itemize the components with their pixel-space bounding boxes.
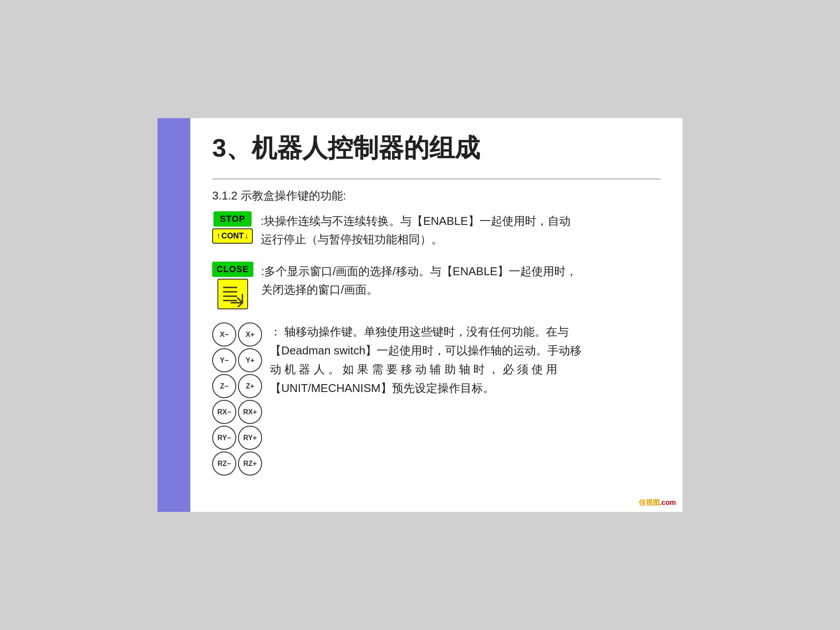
slide-title: 3、机器人控制器的组成 <box>212 131 661 165</box>
axis-keys-section: X− X+ Y− Y+ Z− Z+ RX− RX+ RY− RY+ RZ− RZ… <box>212 322 661 476</box>
close-desc-line1: :多个显示窗口/画面的选择/移动。与【ENABLE】一起使用时， <box>261 265 577 278</box>
cont-down-arrow: ↓ <box>245 231 248 241</box>
watermark: 佳视图.com <box>639 498 676 508</box>
axis-key-rxp: RX+ <box>238 400 262 424</box>
stop-key-block: STOP ↑ CONT ↓ :块操作连续与不连续转换。与【ENABLE】一起使用… <box>212 211 661 248</box>
title-section: 3、机器人控制器的组成 <box>212 131 661 165</box>
axis-key-rzm: RZ− <box>212 452 236 476</box>
cont-key: ↑ CONT ↓ <box>212 228 253 244</box>
axis-key-rym: RY− <box>212 426 236 450</box>
slide-container: 3、机器人控制器的组成 3.1.2 示教盒操作键的功能: STOP ↑ CONT… <box>158 118 682 512</box>
axis-key-rxm: RX− <box>212 400 236 424</box>
axis-key-zp: Z+ <box>238 374 262 398</box>
axis-key-xp: X+ <box>238 322 262 346</box>
close-icon-group: CLOSE <box>212 262 253 309</box>
axis-key-xm: X− <box>212 322 236 346</box>
axis-key-yp: Y+ <box>238 348 262 372</box>
axis-desc-line1: ： 轴移动操作键。单独使用这些键时，没有任何功能。在与 <box>270 325 569 338</box>
close-desc-line2: 关闭选择的窗口/画面。 <box>261 283 378 296</box>
axis-desc-line2: 【Deadman switch】一起使用时，可以操作轴的运动。手动移 <box>270 344 581 357</box>
axis-key-ryp: RY+ <box>238 426 262 450</box>
close-key: CLOSE <box>212 262 253 277</box>
axis-key-zm: Z− <box>212 374 236 398</box>
cont-up-arrow: ↑ <box>217 231 220 241</box>
stop-key: STOP <box>214 211 251 227</box>
cont-label: CONT <box>221 231 244 241</box>
stop-desc-line2: 运行停止（与暂停按钮功能相同）。 <box>261 233 443 246</box>
divider <box>212 178 661 179</box>
axis-keys-grid: X− X+ Y− Y+ Z− Z+ RX− RX+ RY− RY+ RZ− RZ… <box>212 322 262 476</box>
watermark-domain: .com <box>660 499 676 506</box>
window-icon-svg <box>220 281 246 307</box>
close-key-block: CLOSE :多个显 <box>212 262 661 309</box>
axis-desc-line4: 【UNIT/MECHANISM】预先设定操作目标。 <box>270 382 494 395</box>
stop-description: :块操作连续与不连续转换。与【ENABLE】一起使用时，自动 运行停止（与暂停按… <box>261 211 661 248</box>
stop-desc-line1: :块操作连续与不连续转换。与【ENABLE】一起使用时，自动 <box>261 214 570 228</box>
stop-icon-group: STOP ↑ CONT ↓ <box>212 211 253 244</box>
section-label: 3.1.2 示教盒操作键的功能: <box>212 188 661 203</box>
watermark-brand: 佳视图 <box>639 499 660 506</box>
window-key <box>217 279 248 309</box>
axis-key-ym: Y− <box>212 348 236 372</box>
content-area: 3、机器人控制器的组成 3.1.2 示教盒操作键的功能: STOP ↑ CONT… <box>190 118 682 512</box>
axis-desc-line3: 动 机 器 人 。 如 果 需 要 移 动 辅 助 轴 时 ， 必 须 使 用 <box>270 363 557 376</box>
axis-description: ： 轴移动操作键。单独使用这些键时，没有任何功能。在与 【Deadman swi… <box>270 322 661 398</box>
axis-key-rzp: RZ+ <box>238 452 262 476</box>
left-bar <box>158 118 190 512</box>
close-description: :多个显示窗口/画面的选择/移动。与【ENABLE】一起使用时， 关闭选择的窗口… <box>261 262 661 299</box>
